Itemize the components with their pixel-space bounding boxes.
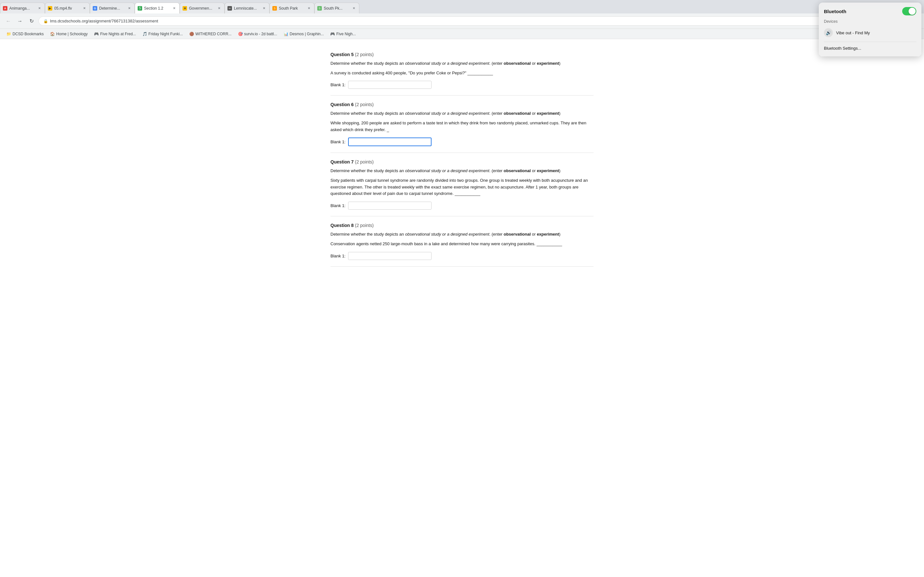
- question-5-blank-label: Blank 1:: [330, 82, 346, 87]
- bookmark-label-schoology: Home | Schoology: [56, 32, 87, 36]
- tab-close-lemniscate[interactable]: ✕: [262, 6, 267, 11]
- bluetooth-device-vibeout[interactable]: 🔊 Vibe out - Find My: [824, 26, 916, 39]
- bookmark-label-fnaf2: Five Nigh...: [336, 32, 356, 36]
- tab-close-government[interactable]: ✕: [216, 6, 222, 11]
- bookmark-desmos[interactable]: 📊 Desmos | Graphin...: [281, 31, 326, 37]
- tab-southpark1[interactable]: S South Park ✕: [270, 3, 314, 13]
- question-5-block: Question 5 (2 points) Determine whether …: [330, 45, 594, 95]
- question-8-title: Question 8 (2 points): [330, 223, 594, 228]
- bluetooth-header: Bluetooth: [824, 7, 916, 15]
- back-button[interactable]: ←: [4, 17, 13, 26]
- question-8-instruction: Determine whether the study depicts an o…: [330, 231, 594, 237]
- question-8-blank-row: Blank 1:: [330, 252, 594, 260]
- question-8-block: Question 8 (2 points) Determine whether …: [330, 216, 594, 266]
- toolbar: ← → ↻ 🔒: [0, 13, 924, 29]
- question-7-blank-input[interactable]: [348, 201, 431, 210]
- tab-close-determine[interactable]: ✕: [127, 6, 132, 11]
- tab-lemniscate[interactable]: ∞ Lemniscate... ✕: [225, 3, 270, 13]
- bluetooth-devices-label: Devices: [824, 19, 916, 24]
- question-8-scenario: Conservation agents netted 250 large-mou…: [330, 241, 594, 247]
- tab-favicon-government: ★: [183, 6, 187, 11]
- bookmark-label-friday: Friday Night Funki...: [149, 32, 183, 36]
- question-7-instruction: Determine whether the study depicts an o…: [330, 168, 594, 174]
- question-7-points: (2 points): [355, 159, 373, 164]
- tab-title-determine: Determine...: [99, 6, 125, 11]
- question-7-title: Question 7 (2 points): [330, 159, 594, 164]
- tab-southpark2[interactable]: S South Pk... ✕: [314, 3, 359, 13]
- bookmark-fnaf1[interactable]: 🎮 Five Nights at Fred...: [91, 31, 138, 37]
- question-8-number: Question 8: [330, 223, 355, 228]
- question-7-block: Question 7 (2 points) Determine whether …: [330, 153, 594, 216]
- bluetooth-device-icon-vibeout: 🔊: [824, 28, 833, 37]
- tab-favicon-southpark1: S: [272, 6, 277, 11]
- bookmark-withered[interactable]: 🟤 WITHERED CORR...: [187, 31, 234, 37]
- bookmark-label-surviv: surviv.io - 2d battl...: [244, 32, 277, 36]
- tab-favicon-lemniscate: ∞: [228, 6, 232, 11]
- question-5-title: Question 5 (2 points): [330, 52, 594, 57]
- tab-close-drive[interactable]: ✕: [82, 6, 87, 11]
- question-6-title: Question 6 (2 points): [330, 102, 594, 107]
- address-bar[interactable]: 🔒: [39, 16, 920, 26]
- question-6-blank-input[interactable]: [348, 137, 431, 146]
- tab-favicon-determine: G: [93, 6, 97, 11]
- bookmark-icon-schoology: 🏠: [50, 32, 55, 36]
- question-6-number: Question 6: [330, 102, 355, 107]
- bookmark-icon-dcsd: 📁: [6, 32, 11, 36]
- question-7-blank-row: Blank 1:: [330, 201, 594, 210]
- tab-bar: A Animanga... ✕ ▶ 05.mp4.flv ✕ G Determi…: [0, 0, 924, 13]
- question-7-blank-label: Blank 1:: [330, 203, 346, 208]
- question-6-instruction: Determine whether the study depicts an o…: [330, 110, 594, 117]
- question-5-blank-row: Blank 1:: [330, 81, 594, 89]
- tab-close-animanga[interactable]: ✕: [37, 6, 42, 11]
- bookmark-icon-desmos: 📊: [284, 32, 288, 36]
- bookmark-fnaf2[interactable]: 🎮 Five Nigh...: [328, 31, 359, 37]
- tab-close-southpark2[interactable]: ✕: [351, 6, 357, 11]
- question-6-scenario: While shopping, 200 people are asked to …: [330, 120, 594, 133]
- question-7-number: Question 7: [330, 159, 355, 164]
- tab-close-section12[interactable]: ✕: [172, 6, 177, 11]
- question-6-blank-label: Blank 1:: [330, 139, 346, 144]
- tab-title-southpark2: South Pk...: [324, 6, 349, 11]
- tab-favicon-animanga: A: [3, 6, 7, 11]
- lock-icon: 🔒: [43, 19, 48, 23]
- question-5-scenario: A survey is conducted asking 400 people,…: [330, 70, 594, 77]
- bookmark-dcsd[interactable]: 📁 DCSD Bookmarks: [4, 31, 46, 37]
- tab-drive[interactable]: ▶ 05.mp4.flv ✕: [45, 3, 90, 13]
- page-content: Question 5 (2 points) Determine whether …: [318, 39, 606, 577]
- question-6-blank-row: Blank 1:: [330, 137, 594, 146]
- question-8-blank-input[interactable]: [348, 252, 431, 260]
- bookmark-label-fnaf1: Five Nights at Fred...: [100, 32, 136, 36]
- tab-favicon-section12: S: [137, 6, 142, 11]
- tab-title-section12: Section 1.2: [144, 6, 170, 11]
- tab-title-government: Governmen...: [189, 6, 215, 11]
- tab-government[interactable]: ★ Governmen... ✕: [180, 3, 225, 13]
- url-input[interactable]: [50, 19, 915, 23]
- bookmark-label-desmos: Desmos | Graphin...: [290, 32, 324, 36]
- tab-title-southpark1: South Park: [279, 6, 304, 11]
- tab-close-southpark1[interactable]: ✕: [306, 6, 312, 11]
- bookmark-label-withered: WITHERED CORR...: [195, 32, 232, 36]
- question-8-blank-label: Blank 1:: [330, 253, 346, 258]
- bluetooth-toggle-knob: [909, 8, 916, 15]
- question-6-points: (2 points): [355, 102, 373, 107]
- question-6-block: Question 6 (2 points) Determine whether …: [330, 95, 594, 153]
- bookmark-schoology[interactable]: 🏠 Home | Schoology: [47, 31, 90, 37]
- question-7-scenario: Sixty patients with carpal tunnel syndro…: [330, 177, 594, 197]
- bookmark-surviv[interactable]: 🎯 surviv.io - 2d battl...: [236, 31, 280, 37]
- content-area: Question 5 (2 points) Determine whether …: [0, 39, 924, 577]
- bluetooth-toggle[interactable]: [902, 7, 916, 15]
- bluetooth-settings-link[interactable]: Bluetooth Settings...: [824, 45, 916, 52]
- bookmark-friday[interactable]: 🎵 Friday Night Funki...: [140, 31, 186, 37]
- forward-button[interactable]: →: [15, 17, 24, 26]
- bookmarks-bar: 📁 DCSD Bookmarks 🏠 Home | Schoology 🎮 Fi…: [0, 29, 924, 39]
- bookmark-icon-fnaf2: 🎮: [330, 32, 335, 36]
- bookmark-icon-withered: 🟤: [189, 32, 194, 36]
- refresh-button[interactable]: ↻: [27, 17, 36, 26]
- tab-animanga[interactable]: A Animanga... ✕: [0, 3, 45, 13]
- bluetooth-divider: [824, 42, 916, 42]
- tab-title-lemniscate: Lemniscate...: [234, 6, 260, 11]
- question-5-blank-input[interactable]: [348, 81, 431, 89]
- tab-determine[interactable]: G Determine... ✕: [90, 3, 135, 13]
- tab-section12[interactable]: S Section 1.2 ✕: [135, 3, 180, 13]
- bluetooth-title: Bluetooth: [824, 9, 846, 14]
